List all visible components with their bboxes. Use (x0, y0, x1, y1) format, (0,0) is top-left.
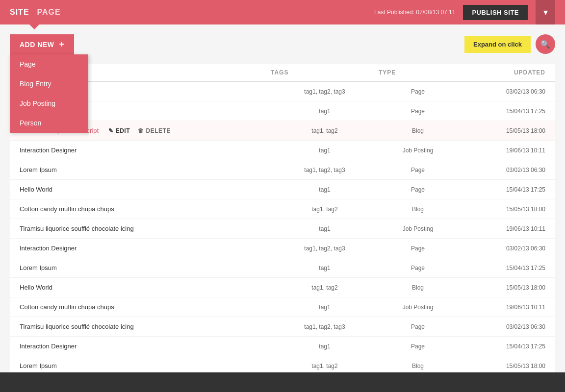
row-actions: ✎ EDIT 🗑 DELETE (108, 127, 171, 134)
row-type: Page (379, 167, 457, 173)
table-row[interactable]: Tiramisu liquorice soufflé chocolate ici… (10, 219, 555, 239)
row-tags: tag1, tag2, tag3 (271, 323, 379, 330)
row-tags: tag1, tag2, tag3 (271, 167, 379, 173)
row-updated: 03/02/13 06:30 (457, 245, 545, 252)
row-tags: tag1 (271, 265, 379, 271)
last-published-text: Last Published: 07/08/13 07:11 (374, 9, 455, 16)
row-title: Hello World (20, 284, 271, 291)
site-label[interactable]: SITE (10, 8, 29, 17)
edit-button[interactable]: ✎ EDIT (108, 127, 130, 134)
main-content: ADD NEW + Page Blog Entry Job Posting Pe… (0, 24, 565, 392)
row-title: Interaction Designer (20, 343, 271, 350)
add-new-dropdown: Page Blog Entry Job Posting Person (10, 54, 88, 133)
col-updated: UPDATED (457, 69, 545, 76)
table-row[interactable]: Interaction Designer tag1 Job Posting 19… (10, 141, 555, 160)
row-updated: 03/02/13 06:30 (457, 167, 545, 173)
row-title: Cotton candy muffin chupa chups (20, 303, 271, 311)
table-row[interactable]: Entry Blog " tag1, tag2, tag3 Page 03/02… (10, 82, 555, 101)
row-updated: 15/04/13 17:25 (457, 108, 545, 115)
row-tags: tag1, tag2, tag3 (271, 88, 379, 95)
col-type: TYPE (379, 69, 457, 76)
row-type: Job Posting (379, 225, 457, 232)
row-type: Job Posting (379, 147, 457, 154)
table-row[interactable]: Tiramisu liquorice soufflé chocolate ici… (10, 317, 555, 337)
table-row[interactable]: Cotton candy muffin chupa chups tag1 Job… (10, 297, 555, 317)
row-title: Interaction Designer (20, 147, 271, 154)
toolbar-right: Expand on click 🔍 (464, 34, 555, 54)
dropdown-item-person[interactable]: Person (10, 113, 88, 133)
footer-bar (0, 372, 565, 392)
chevron-down-button[interactable]: ▾ (536, 0, 555, 24)
row-type: Blog (379, 206, 457, 213)
search-button[interactable]: 🔍 (536, 34, 555, 54)
table-row[interactable]: Lorem Ipsum tag1 Page 15/04/13 17:25 (10, 258, 555, 278)
row-type: Page (379, 265, 457, 271)
row-title: Tiramisu liquorice soufflé chocolate ici… (20, 323, 271, 330)
row-type: Page (379, 88, 457, 95)
dropdown-item-blog-entry[interactable]: Blog Entry (10, 74, 88, 94)
dropdown-item-page[interactable]: Page (10, 54, 88, 74)
expand-on-click-button[interactable]: Expand on click (464, 36, 531, 53)
publish-site-button[interactable]: PUBLISH SITE (463, 5, 528, 20)
row-tags: tag1 (271, 147, 379, 154)
row-title: Hello World (20, 186, 271, 193)
row-type: Page (379, 108, 457, 115)
add-new-label: ADD NEW (20, 41, 54, 49)
row-type: Page (379, 343, 457, 350)
row-tags: tag1, tag2 (271, 206, 379, 213)
table-row[interactable]: Entry Blog " tag1 Page 15/04/13 17:25 (10, 101, 555, 121)
row-type: Page (379, 323, 457, 330)
row-updated: 15/04/13 17:25 (457, 265, 545, 271)
row-type: Job Posting (379, 304, 457, 311)
row-updated: 19/06/13 10:11 (457, 225, 545, 232)
table-row[interactable]: Interaction Designer tag1 Page 15/04/13 … (10, 337, 555, 356)
row-updated: 15/05/13 18:00 (457, 363, 545, 369)
row-tags: tag1, tag2 (271, 363, 379, 369)
row-type: Page (379, 245, 457, 252)
row-updated: 03/02/13 06:30 (457, 323, 545, 330)
row-title: Tiramisu liquorice soufflé chocolate ici… (20, 225, 271, 232)
row-updated: 19/06/13 10:11 (457, 147, 545, 154)
delete-button[interactable]: 🗑 DELETE (138, 127, 171, 134)
table-row[interactable]: Lorem Ipsum tag1, tag2, tag3 Page 03/02/… (10, 160, 555, 180)
toolbar: ADD NEW + Page Blog Entry Job Posting Pe… (10, 34, 555, 54)
row-title: Lorem Ipsum (20, 166, 271, 173)
row-updated: 15/05/13 18:00 (457, 127, 545, 134)
row-tags: tag1, tag2 (271, 127, 379, 134)
row-updated: 03/02/13 06:30 (457, 88, 545, 95)
row-tags: tag1 (271, 225, 379, 232)
col-tags: TAGS (271, 69, 379, 76)
row-title: Lorem Ipsum (20, 264, 271, 271)
row-updated: 15/04/13 17:25 (457, 343, 545, 350)
row-tags: tag1, tag2 (271, 284, 379, 291)
row-title: Lorem Ipsum (20, 362, 271, 369)
row-tags: tag1 (271, 186, 379, 193)
row-updated: 15/05/13 18:00 (457, 206, 545, 213)
table-row[interactable]: Hello World tag1, tag2 Blog 15/05/13 18:… (10, 278, 555, 297)
row-tags: tag1 (271, 304, 379, 311)
page-label[interactable]: PAGE (37, 8, 61, 17)
top-nav-right: Last Published: 07/08/13 07:11 PUBLISH S… (374, 0, 555, 24)
row-type: Page (379, 186, 457, 193)
row-title: Cotton candy muffin chupa chups (20, 205, 271, 213)
row-tags: tag1 (271, 343, 379, 350)
add-new-button[interactable]: ADD NEW + (10, 34, 74, 54)
row-type: Blog (379, 284, 457, 291)
row-title: Interaction Designer (20, 245, 271, 252)
add-new-container: ADD NEW + Page Blog Entry Job Posting Pe… (10, 34, 74, 54)
table-row[interactable]: Cotton candy muffin chupa chups tag1, ta… (10, 199, 555, 219)
row-updated: 15/04/13 17:25 (457, 186, 545, 193)
table-header: TAGS TYPE UPDATED (10, 64, 555, 82)
top-navigation: SITE PAGE Last Published: 07/08/13 07:11… (0, 0, 565, 24)
table-row[interactable]: Hello World tag1 Page 15/04/13 17:25 (10, 180, 555, 199)
plus-icon: + (59, 39, 64, 49)
table-row[interactable]: A Brief History of JavaScript ✎ EDIT 🗑 D… (10, 121, 555, 141)
dropdown-item-job-posting[interactable]: Job Posting (10, 94, 88, 113)
pencil-icon: ✎ (108, 127, 114, 134)
table-row[interactable]: Interaction Designer tag1, tag2, tag3 Pa… (10, 239, 555, 258)
row-updated: 15/05/13 18:00 (457, 284, 545, 291)
trash-icon: 🗑 (138, 127, 144, 134)
row-tags: tag1, tag2, tag3 (271, 245, 379, 252)
content-table: TAGS TYPE UPDATED Entry Blog " tag1, tag… (10, 64, 555, 376)
row-type: Blog (379, 127, 457, 134)
